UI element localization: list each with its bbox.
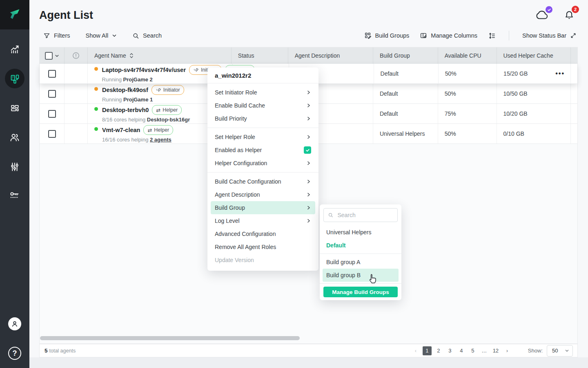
sidebar-item-dashboard[interactable] (8, 43, 21, 56)
build-group-submenu: Universal Helpers Default Build group A … (320, 204, 401, 300)
helper-cache-value: 10/50 GB (503, 90, 528, 97)
column-header-build-group[interactable]: Build Group (373, 47, 438, 64)
agent-name: Desktop-fk49osf (102, 87, 148, 93)
sidebar-item-settings[interactable] (8, 160, 21, 173)
menu-item-log-level[interactable]: Log Level (207, 214, 318, 227)
app-logo[interactable] (0, 0, 29, 29)
column-header-agent-description[interactable]: Agent Description (288, 47, 373, 64)
row-checkbox[interactable] (48, 70, 56, 78)
column-header-used-helper-cache[interactable]: Used Helper Cache (497, 47, 571, 64)
menu-item-remove-all-agent-roles[interactable]: Remove All Agent Roles (207, 240, 318, 254)
user-avatar[interactable] (8, 317, 21, 330)
submenu-item-default-selected[interactable]: Default (320, 239, 401, 252)
show-status-bar-button[interactable]: Show Status Bar (522, 32, 577, 39)
build-groups-button[interactable]: Build Groups (364, 32, 410, 39)
select-menu-chevron-icon[interactable] (55, 54, 59, 58)
row-checkbox[interactable] (48, 90, 56, 98)
page-button-12[interactable]: 12 (491, 346, 500, 355)
menu-item-build-cache-configuration[interactable]: Build Cache Configuration (207, 175, 318, 188)
prev-page-button[interactable]: ‹ (411, 346, 420, 355)
menu-item-advanced-configuration[interactable]: Advanced Configuration (207, 227, 318, 240)
column-header-available-cpu[interactable]: Available CPU (438, 47, 497, 64)
submenu-item-universal-helpers[interactable]: Universal Helpers (320, 226, 401, 239)
agent-name: Laptop-sv4r7f4vsv4r7f4v/user (102, 67, 186, 73)
agent-subtitle: Running ProjGame 1 (102, 97, 184, 102)
menu-item-label: Enabled as Helper (215, 147, 262, 153)
build-group-value: Default (380, 110, 398, 117)
sort-order-button[interactable] (488, 32, 496, 40)
chart-icon (9, 43, 21, 55)
menu-item-enable-build-cache[interactable]: Enable Build Cache (207, 99, 318, 112)
menu-item-enabled-as-helper[interactable]: Enabled as Helper (207, 144, 318, 157)
page-button-4[interactable]: 4 (457, 346, 466, 355)
page-button-2[interactable]: 2 (434, 346, 443, 355)
menu-item-agent-description[interactable]: Agent Description (207, 188, 318, 201)
show-all-dropdown[interactable]: Show All (85, 32, 117, 39)
page-button-1[interactable]: 1 (423, 346, 432, 355)
swap-icon: ⇄ (147, 128, 152, 133)
sidebar-item-builds[interactable] (8, 101, 21, 114)
check-icon (547, 8, 551, 12)
submenu-search-input[interactable] (336, 211, 393, 219)
column-header-agent-name[interactable]: Agent Name (88, 47, 232, 64)
menu-item-helper-configuration[interactable]: Helper Configuration (207, 157, 318, 170)
filters-button[interactable]: Filters (43, 32, 70, 39)
boards-icon (9, 102, 20, 114)
sidebar-item-agents-active[interactable] (5, 69, 24, 88)
select-all-checkbox[interactable] (45, 52, 53, 60)
context-menu-title: a_win2012r2 (207, 67, 318, 83)
submenu-item-build-group-b[interactable]: Build group B (323, 269, 399, 282)
cloud-status-button[interactable] (534, 9, 550, 21)
helping-agents-link[interactable]: 2 agents (150, 137, 172, 143)
manage-build-groups-button[interactable]: Manage Build Groups (323, 287, 398, 297)
search-button[interactable]: Search (132, 32, 162, 39)
notifications-button[interactable]: 2 (564, 9, 575, 21)
bottom-strip (29, 357, 588, 368)
sidebar-item-licenses[interactable] (8, 189, 21, 202)
menu-item-set-helper-role[interactable]: Set Helper Role (207, 130, 318, 144)
notification-count-badge: 2 (572, 6, 579, 13)
page-button-5[interactable]: 5 (468, 346, 477, 355)
build-groups-icon (364, 32, 372, 39)
show-all-label: Show All (85, 32, 108, 39)
row-checkbox[interactable] (48, 110, 56, 118)
page-button-3[interactable]: 3 (445, 346, 454, 355)
swap-icon: ⇄ (156, 108, 160, 113)
menu-item-build-group[interactable]: Build Group (211, 201, 315, 214)
person-icon (11, 320, 19, 328)
build-group-value: Universal Helpers (380, 130, 425, 137)
status-dot-ready (94, 107, 98, 111)
menu-item-label: Enable Build Cache (215, 102, 265, 109)
sidebar-item-users[interactable] (8, 131, 21, 144)
enabled-as-helper-checkbox[interactable] (304, 146, 311, 154)
table-footer: 5total agents ‹ 1 2 3 4 5 … 12 › Show: 5… (39, 344, 578, 357)
submenu-item-build-group-a[interactable]: Build group A (320, 256, 401, 269)
row-checkbox[interactable] (48, 130, 56, 138)
total-agents: 5total agents (45, 348, 76, 354)
show-status-bar-label: Show Status Bar (522, 32, 566, 39)
initiator-badge: Initiator (151, 85, 184, 95)
row-more-options-button[interactable]: ••• (555, 70, 565, 77)
users-icon (9, 131, 21, 144)
help-button[interactable]: ? (8, 347, 21, 360)
manage-columns-button[interactable]: Manage Columns (420, 32, 477, 39)
chevron-right-icon (306, 161, 311, 166)
menu-item-build-priority[interactable]: Build Priority (207, 112, 318, 125)
build-groups-label: Build Groups (375, 32, 410, 39)
page-size-select[interactable]: 50 (547, 345, 573, 357)
column-header-status[interactable]: Status (232, 47, 288, 64)
next-page-button[interactable]: › (503, 346, 512, 355)
manage-columns-label: Manage Columns (431, 32, 477, 39)
key-icon (9, 189, 21, 202)
funnel-icon (43, 32, 50, 39)
sort-arrows-icon[interactable] (129, 52, 134, 59)
chevron-right-icon (306, 218, 311, 223)
agent-name: Desktop-terbvh0 (102, 107, 149, 113)
page-ellipsis: … (480, 346, 489, 355)
chevron-right-icon (306, 179, 311, 184)
helper-badge: ⇄ Helper (152, 105, 182, 115)
horizontal-scrollbar[interactable] (40, 336, 300, 340)
menu-item-set-initiator-role[interactable]: Set Initiator Role (207, 86, 318, 99)
cloud-check-badge (546, 6, 552, 13)
submenu-search-box[interactable] (323, 208, 398, 222)
